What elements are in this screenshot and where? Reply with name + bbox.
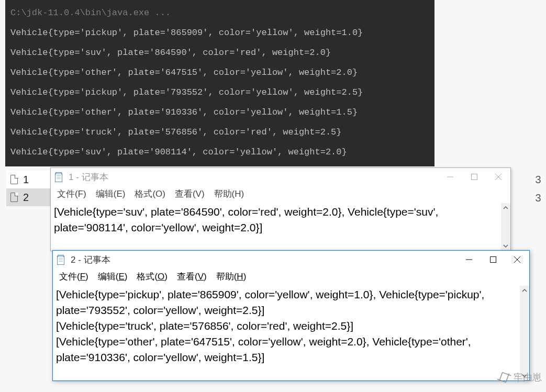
menu-edit[interactable]: 编辑(E) — [96, 188, 126, 200]
vertical-scrollbar[interactable] — [501, 203, 510, 251]
notepad-icon — [57, 254, 66, 265]
menu-view[interactable]: 查看(V) — [175, 188, 205, 200]
menu-file[interactable]: 文件(F) — [59, 271, 88, 283]
editor-text[interactable]: [Vehicle{type='pickup', plate='865909', … — [53, 286, 520, 380]
scroll-up-icon[interactable] — [520, 286, 529, 295]
notepad-window-2[interactable]: 2 - 记事本 文件(F) 编辑(E) 格式(O) 查看(V) 帮助(H) [V… — [52, 250, 530, 381]
file-tab-1[interactable]: 1 — [6, 171, 53, 188]
menu-format[interactable]: 格式(O) — [137, 271, 168, 283]
file-tab-2[interactable]: 2 — [6, 188, 53, 206]
scroll-down-icon[interactable] — [520, 371, 529, 380]
console-line: Vehicle{type='other', plate='910336', co… — [10, 107, 358, 117]
svg-rect-5 — [491, 257, 496, 263]
window-controls — [457, 251, 529, 268]
minimize-button[interactable] — [438, 168, 462, 186]
titlebar[interactable]: 1 - 记事本 — [51, 168, 510, 186]
file-icon — [10, 175, 18, 184]
menu-edit[interactable]: 编辑(E) — [98, 271, 128, 283]
file-tab-label: 1 — [23, 174, 29, 186]
close-button[interactable] — [486, 168, 510, 186]
editor-body: [Vehicle{type='pickup', plate='865909', … — [53, 286, 529, 380]
file-icon — [10, 193, 18, 202]
menu-file[interactable]: 文件(F) — [57, 188, 86, 200]
svg-rect-1 — [472, 174, 477, 180]
console-line: Vehicle{type='other', plate='647515', co… — [10, 68, 358, 77]
file-tabs: 1 2 — [6, 171, 53, 206]
console-line: Vehicle{type='pickup', plate='793552', c… — [10, 87, 363, 97]
editor-body: [Vehicle{type='suv', plate='864590', col… — [51, 203, 510, 251]
maximize-button[interactable] — [481, 251, 505, 268]
menubar: 文件(F) 编辑(E) 格式(O) 查看(V) 帮助(H) — [53, 268, 529, 286]
file-tab-label: 2 — [23, 192, 29, 204]
notepad-window-1[interactable]: 1 - 记事本 文件(F) 编辑(E) 格式(O) 查看(V) 帮助(H) [V… — [50, 167, 511, 251]
background-edge: 3 3 — [530, 171, 546, 207]
console-line: Vehicle{type='truck', plate='576856', co… — [10, 127, 342, 137]
menubar: 文件(F) 编辑(E) 格式(O) 查看(V) 帮助(H) — [51, 186, 510, 203]
editor-text[interactable]: [Vehicle{type='suv', plate='864590', col… — [51, 203, 501, 251]
console-output: C:\jdk-11.0.4\bin\java.exe ... Vehicle{t… — [5, 0, 434, 166]
maximize-button[interactable] — [462, 168, 486, 186]
menu-help[interactable]: 帮助(H) — [214, 188, 244, 200]
window-title: 2 - 记事本 — [71, 254, 457, 266]
scroll-down-icon[interactable] — [501, 241, 510, 251]
scroll-up-icon[interactable] — [501, 203, 510, 212]
close-button[interactable] — [505, 251, 529, 268]
window-title: 1 - 记事本 — [69, 171, 438, 183]
window-controls — [438, 168, 510, 186]
console-line: Vehicle{type='suv', plate='908114', colo… — [10, 147, 347, 157]
menu-help[interactable]: 帮助(H) — [216, 271, 247, 283]
menu-view[interactable]: 查看(V) — [177, 271, 207, 283]
titlebar[interactable]: 2 - 记事本 — [53, 251, 529, 268]
minimize-button[interactable] — [457, 251, 481, 268]
menu-format[interactable]: 格式(O) — [135, 188, 165, 200]
console-command: C:\jdk-11.0.4\bin\java.exe ... — [10, 8, 171, 18]
console-line: Vehicle{type='pickup', plate='865909', c… — [10, 28, 363, 38]
notepad-icon — [55, 172, 64, 182]
vertical-scrollbar[interactable] — [520, 286, 529, 380]
console-line: Vehicle{type='suv', plate='864590', colo… — [10, 48, 331, 58]
